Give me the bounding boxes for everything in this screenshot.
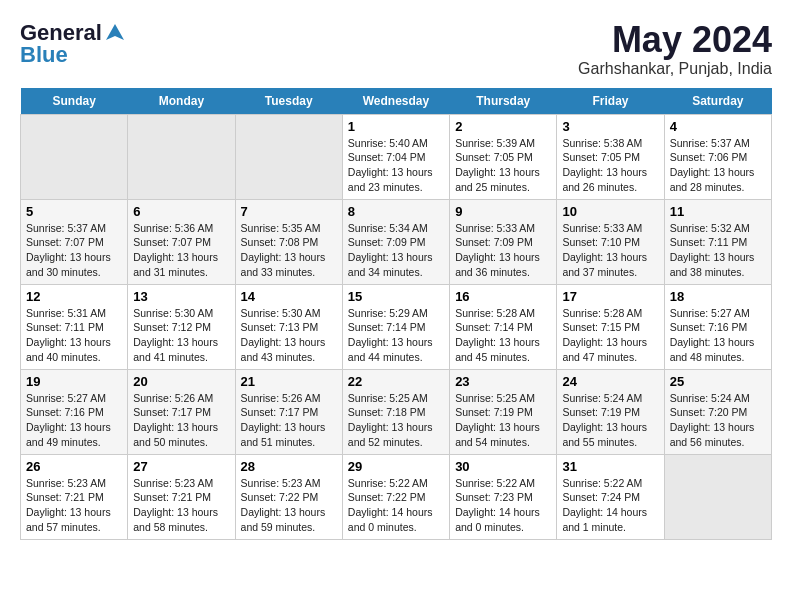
date-number: 29 <box>348 459 444 474</box>
days-header-row: Sunday Monday Tuesday Wednesday Thursday… <box>21 88 772 115</box>
calendar-cell: 27Sunrise: 5:23 AM Sunset: 7:21 PM Dayli… <box>128 454 235 539</box>
cell-daylight-info: Sunrise: 5:30 AM Sunset: 7:12 PM Dayligh… <box>133 306 229 365</box>
date-number: 17 <box>562 289 658 304</box>
date-number: 5 <box>26 204 122 219</box>
svg-marker-0 <box>106 24 124 40</box>
calendar-cell <box>128 114 235 199</box>
cell-daylight-info: Sunrise: 5:35 AM Sunset: 7:08 PM Dayligh… <box>241 221 337 280</box>
calendar-cell: 22Sunrise: 5:25 AM Sunset: 7:18 PM Dayli… <box>342 369 449 454</box>
date-number: 12 <box>26 289 122 304</box>
calendar-cell: 13Sunrise: 5:30 AM Sunset: 7:12 PM Dayli… <box>128 284 235 369</box>
cell-daylight-info: Sunrise: 5:39 AM Sunset: 7:05 PM Dayligh… <box>455 136 551 195</box>
cell-daylight-info: Sunrise: 5:23 AM Sunset: 7:22 PM Dayligh… <box>241 476 337 535</box>
cell-daylight-info: Sunrise: 5:29 AM Sunset: 7:14 PM Dayligh… <box>348 306 444 365</box>
calendar-cell: 25Sunrise: 5:24 AM Sunset: 7:20 PM Dayli… <box>664 369 771 454</box>
cell-daylight-info: Sunrise: 5:32 AM Sunset: 7:11 PM Dayligh… <box>670 221 766 280</box>
header-wednesday: Wednesday <box>342 88 449 115</box>
cell-daylight-info: Sunrise: 5:30 AM Sunset: 7:13 PM Dayligh… <box>241 306 337 365</box>
cell-daylight-info: Sunrise: 5:28 AM Sunset: 7:14 PM Dayligh… <box>455 306 551 365</box>
date-number: 30 <box>455 459 551 474</box>
calendar-cell: 9Sunrise: 5:33 AM Sunset: 7:09 PM Daylig… <box>450 199 557 284</box>
cell-daylight-info: Sunrise: 5:34 AM Sunset: 7:09 PM Dayligh… <box>348 221 444 280</box>
calendar-cell: 12Sunrise: 5:31 AM Sunset: 7:11 PM Dayli… <box>21 284 128 369</box>
logo-bird-icon <box>104 22 126 44</box>
header-saturday: Saturday <box>664 88 771 115</box>
cell-daylight-info: Sunrise: 5:22 AM Sunset: 7:23 PM Dayligh… <box>455 476 551 535</box>
calendar-cell: 14Sunrise: 5:30 AM Sunset: 7:13 PM Dayli… <box>235 284 342 369</box>
date-number: 26 <box>26 459 122 474</box>
cell-daylight-info: Sunrise: 5:22 AM Sunset: 7:24 PM Dayligh… <box>562 476 658 535</box>
cell-daylight-info: Sunrise: 5:25 AM Sunset: 7:18 PM Dayligh… <box>348 391 444 450</box>
cell-daylight-info: Sunrise: 5:25 AM Sunset: 7:19 PM Dayligh… <box>455 391 551 450</box>
date-number: 11 <box>670 204 766 219</box>
cell-daylight-info: Sunrise: 5:40 AM Sunset: 7:04 PM Dayligh… <box>348 136 444 195</box>
calendar-cell: 10Sunrise: 5:33 AM Sunset: 7:10 PM Dayli… <box>557 199 664 284</box>
cell-daylight-info: Sunrise: 5:37 AM Sunset: 7:06 PM Dayligh… <box>670 136 766 195</box>
page-header: General Blue May 2024 Garhshankar, Punja… <box>20 20 772 78</box>
calendar-cell: 31Sunrise: 5:22 AM Sunset: 7:24 PM Dayli… <box>557 454 664 539</box>
month-year-title: May 2024 <box>578 20 772 60</box>
calendar-cell: 20Sunrise: 5:26 AM Sunset: 7:17 PM Dayli… <box>128 369 235 454</box>
date-number: 9 <box>455 204 551 219</box>
header-friday: Friday <box>557 88 664 115</box>
logo-text-blue: Blue <box>20 42 68 68</box>
title-area: May 2024 Garhshankar, Punjab, India <box>578 20 772 78</box>
calendar-cell <box>21 114 128 199</box>
week-row-5: 26Sunrise: 5:23 AM Sunset: 7:21 PM Dayli… <box>21 454 772 539</box>
cell-daylight-info: Sunrise: 5:26 AM Sunset: 7:17 PM Dayligh… <box>241 391 337 450</box>
calendar-cell: 28Sunrise: 5:23 AM Sunset: 7:22 PM Dayli… <box>235 454 342 539</box>
date-number: 22 <box>348 374 444 389</box>
date-number: 24 <box>562 374 658 389</box>
calendar-cell: 11Sunrise: 5:32 AM Sunset: 7:11 PM Dayli… <box>664 199 771 284</box>
week-row-2: 5Sunrise: 5:37 AM Sunset: 7:07 PM Daylig… <box>21 199 772 284</box>
date-number: 19 <box>26 374 122 389</box>
calendar-cell: 26Sunrise: 5:23 AM Sunset: 7:21 PM Dayli… <box>21 454 128 539</box>
header-monday: Monday <box>128 88 235 115</box>
cell-daylight-info: Sunrise: 5:31 AM Sunset: 7:11 PM Dayligh… <box>26 306 122 365</box>
calendar-cell: 15Sunrise: 5:29 AM Sunset: 7:14 PM Dayli… <box>342 284 449 369</box>
date-number: 15 <box>348 289 444 304</box>
calendar-table: Sunday Monday Tuesday Wednesday Thursday… <box>20 88 772 540</box>
date-number: 14 <box>241 289 337 304</box>
header-thursday: Thursday <box>450 88 557 115</box>
calendar-cell: 16Sunrise: 5:28 AM Sunset: 7:14 PM Dayli… <box>450 284 557 369</box>
week-row-1: 1Sunrise: 5:40 AM Sunset: 7:04 PM Daylig… <box>21 114 772 199</box>
cell-daylight-info: Sunrise: 5:23 AM Sunset: 7:21 PM Dayligh… <box>133 476 229 535</box>
date-number: 25 <box>670 374 766 389</box>
date-number: 27 <box>133 459 229 474</box>
date-number: 2 <box>455 119 551 134</box>
date-number: 4 <box>670 119 766 134</box>
header-tuesday: Tuesday <box>235 88 342 115</box>
calendar-cell: 24Sunrise: 5:24 AM Sunset: 7:19 PM Dayli… <box>557 369 664 454</box>
calendar-cell: 17Sunrise: 5:28 AM Sunset: 7:15 PM Dayli… <box>557 284 664 369</box>
cell-daylight-info: Sunrise: 5:23 AM Sunset: 7:21 PM Dayligh… <box>26 476 122 535</box>
date-number: 21 <box>241 374 337 389</box>
calendar-cell: 6Sunrise: 5:36 AM Sunset: 7:07 PM Daylig… <box>128 199 235 284</box>
calendar-cell: 5Sunrise: 5:37 AM Sunset: 7:07 PM Daylig… <box>21 199 128 284</box>
date-number: 28 <box>241 459 337 474</box>
calendar-cell: 23Sunrise: 5:25 AM Sunset: 7:19 PM Dayli… <box>450 369 557 454</box>
cell-daylight-info: Sunrise: 5:22 AM Sunset: 7:22 PM Dayligh… <box>348 476 444 535</box>
calendar-cell: 8Sunrise: 5:34 AM Sunset: 7:09 PM Daylig… <box>342 199 449 284</box>
date-number: 1 <box>348 119 444 134</box>
cell-daylight-info: Sunrise: 5:36 AM Sunset: 7:07 PM Dayligh… <box>133 221 229 280</box>
cell-daylight-info: Sunrise: 5:33 AM Sunset: 7:10 PM Dayligh… <box>562 221 658 280</box>
header-sunday: Sunday <box>21 88 128 115</box>
date-number: 10 <box>562 204 658 219</box>
calendar-cell: 18Sunrise: 5:27 AM Sunset: 7:16 PM Dayli… <box>664 284 771 369</box>
calendar-cell: 21Sunrise: 5:26 AM Sunset: 7:17 PM Dayli… <box>235 369 342 454</box>
date-number: 16 <box>455 289 551 304</box>
calendar-cell: 29Sunrise: 5:22 AM Sunset: 7:22 PM Dayli… <box>342 454 449 539</box>
cell-daylight-info: Sunrise: 5:28 AM Sunset: 7:15 PM Dayligh… <box>562 306 658 365</box>
calendar-cell <box>235 114 342 199</box>
date-number: 31 <box>562 459 658 474</box>
date-number: 6 <box>133 204 229 219</box>
date-number: 3 <box>562 119 658 134</box>
cell-daylight-info: Sunrise: 5:24 AM Sunset: 7:19 PM Dayligh… <box>562 391 658 450</box>
calendar-cell: 30Sunrise: 5:22 AM Sunset: 7:23 PM Dayli… <box>450 454 557 539</box>
date-number: 23 <box>455 374 551 389</box>
cell-daylight-info: Sunrise: 5:37 AM Sunset: 7:07 PM Dayligh… <box>26 221 122 280</box>
cell-daylight-info: Sunrise: 5:27 AM Sunset: 7:16 PM Dayligh… <box>26 391 122 450</box>
calendar-cell: 7Sunrise: 5:35 AM Sunset: 7:08 PM Daylig… <box>235 199 342 284</box>
cell-daylight-info: Sunrise: 5:27 AM Sunset: 7:16 PM Dayligh… <box>670 306 766 365</box>
